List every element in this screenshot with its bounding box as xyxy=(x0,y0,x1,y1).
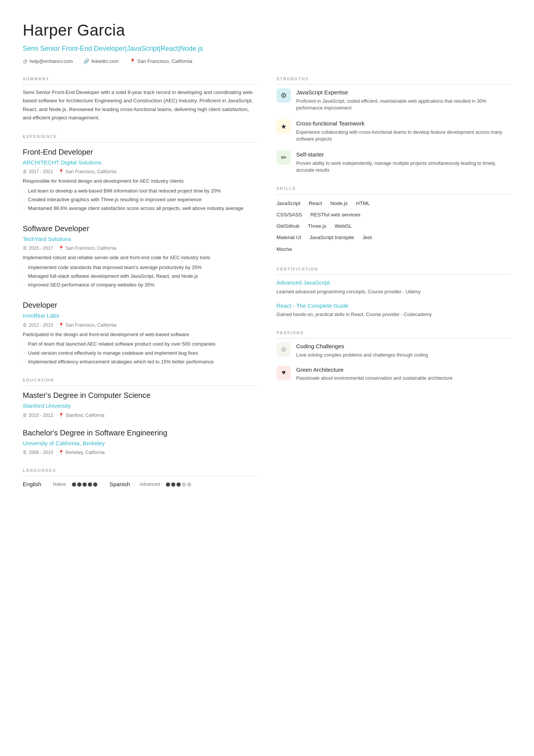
exp-bullet: Part of team that launched AEC related s… xyxy=(23,340,258,348)
exp-bullet: Led team to develop a web-based BIM info… xyxy=(23,187,258,195)
skill-item: JavaScript transpile xyxy=(309,232,354,243)
skills-row: CSS/SASSRESTful web services xyxy=(276,210,511,220)
certification-item: React - The Complete Guide Gained hands-… xyxy=(276,302,511,318)
exp-bullets: Led team to develop a web-based BIM info… xyxy=(23,187,258,212)
skill-item: Three.js xyxy=(308,221,326,232)
exp-company: TechYard Solutions xyxy=(23,235,258,244)
language-dot xyxy=(88,482,92,487)
skills-rows: JavaScriptReactNode.jsHTMLCSS/SASSRESTfu… xyxy=(276,198,511,255)
strength-desc: Proven ability to work independently, ma… xyxy=(296,160,511,174)
certification-item: Advanced JavaScript Learned advanced pro… xyxy=(276,279,511,295)
summary-section: SUMMARY Semi Senior Front-End Developer … xyxy=(23,76,258,122)
passions-label: PASSIONS xyxy=(276,330,511,339)
header: Harper Garcia Semi Senior Front-End Deve… xyxy=(23,18,511,65)
languages-label: LANGUAGES xyxy=(23,467,258,476)
language-item: Spanish Advanced xyxy=(109,480,191,489)
exp-location: 📍 San Francisco, California xyxy=(58,168,116,175)
exp-bullet: Implemented efficiency enhancement strat… xyxy=(23,358,258,366)
certification-label: CERTIFICATION xyxy=(276,266,511,275)
edu-degree: Bachelor's Degree in Software Engineerin… xyxy=(23,427,258,438)
language-level: Native xyxy=(53,481,66,488)
location-icon: 📍 xyxy=(58,412,64,419)
skills-row: Git/GithubThree.jsWebGL xyxy=(276,221,511,232)
exp-bullet: Created interactive graphics with Three.… xyxy=(23,196,258,203)
strength-title: Cross-functional Teamwork xyxy=(296,119,511,128)
calendar-icon: 🗓 xyxy=(23,245,27,252)
education-item: Bachelor's Degree in Software Engineerin… xyxy=(23,427,258,456)
education-label: EDUCATION xyxy=(23,377,258,386)
exp-bullets: Part of team that launched AEC related s… xyxy=(23,340,258,365)
education-items: Master's Degree in Computer Science Stan… xyxy=(23,390,258,456)
strength-icon: ⚙ xyxy=(276,88,291,103)
language-dot xyxy=(72,482,76,487)
email-icon: @ xyxy=(23,58,28,65)
passion-desc: Love solving complex problems and challe… xyxy=(296,352,428,359)
exp-bullet: Implemented code standards that improved… xyxy=(23,264,258,271)
location-icon: 📍 xyxy=(58,245,64,252)
strength-item: ⚙ JavaScript Expertise Proficient in Jav… xyxy=(276,88,511,112)
exp-desc: Responsible for frontend design and deve… xyxy=(23,177,258,185)
passions-items: ☆ Coding Challenges Love solving complex… xyxy=(276,342,511,382)
edu-school: University of California, Berkeley xyxy=(23,439,258,448)
experience-item: Software Developer TechYard Solutions 🗓 … xyxy=(23,223,258,289)
calendar-icon: 🗓 xyxy=(23,322,27,329)
cert-title: Advanced JavaScript xyxy=(276,279,511,287)
skills-row: Mocha xyxy=(276,244,511,255)
left-column: SUMMARY Semi Senior Front-End Developer … xyxy=(23,76,258,734)
language-dot xyxy=(93,482,97,487)
strength-title: JavaScript Expertise xyxy=(296,88,511,97)
language-dots xyxy=(166,482,191,487)
skill-item: Mocha xyxy=(276,244,292,255)
contact-email: @ help@enhancv.com xyxy=(23,58,73,65)
exp-bullet: Improved SEO performance of company webs… xyxy=(23,281,258,289)
edu-meta: 🗓 2006 - 2010 📍 Berkeley, California xyxy=(23,449,258,456)
exp-desc: Implemented robust and reliable server-s… xyxy=(23,254,258,261)
language-level: Advanced xyxy=(140,481,160,488)
passion-content: Green Architecture Passionate about envi… xyxy=(296,366,453,382)
language-dots xyxy=(72,482,97,487)
summary-text: Semi Senior Front-End Developer with a s… xyxy=(23,88,258,122)
skill-item: Material UI xyxy=(276,232,301,243)
exp-desc: Participated in the design and front-end… xyxy=(23,331,258,338)
skill-item: Git/Github xyxy=(276,221,300,232)
language-dot xyxy=(83,482,87,487)
exp-years: 🗓 2012 - 2015 xyxy=(23,322,53,329)
skill-item: Jest xyxy=(362,232,372,243)
location-icon: 📍 xyxy=(58,322,64,329)
passion-item: ♥ Green Architecture Passionate about en… xyxy=(276,366,511,382)
education-section: EDUCATION Master's Degree in Computer Sc… xyxy=(23,377,258,456)
main-layout: SUMMARY Semi Senior Front-End Developer … xyxy=(23,76,511,734)
skill-item: RESTful web services xyxy=(311,210,361,220)
language-dot xyxy=(176,482,181,487)
experience-label: EXPERIENCE xyxy=(23,133,258,142)
skill-item: React xyxy=(309,198,322,209)
strengths-section: STRENGTHS ⚙ JavaScript Expertise Profici… xyxy=(276,76,511,174)
candidate-title: Semi Senior Front-End Developer|JavaScri… xyxy=(23,44,511,54)
cert-items: Advanced JavaScript Learned advanced pro… xyxy=(276,279,511,318)
strength-icon: ★ xyxy=(276,119,291,134)
strengths-label: STRENGTHS xyxy=(276,76,511,85)
contact-location: 📍 San Francisco, California xyxy=(130,58,192,65)
language-dot xyxy=(166,482,170,487)
passion-item: ☆ Coding Challenges Love solving complex… xyxy=(276,342,511,358)
strength-content: Cross-functional Teamwork Experience col… xyxy=(296,119,511,143)
languages-section: LANGUAGES English Native Spanish Advance… xyxy=(23,467,258,488)
edu-location: 📍 Berkeley, California xyxy=(58,449,105,456)
edu-location: 📍 Stanford, California xyxy=(58,412,105,419)
skill-item: Node.js xyxy=(330,198,348,209)
skills-row: JavaScriptReactNode.jsHTML xyxy=(276,198,511,209)
strength-content: Self-starter Proven ability to work inde… xyxy=(296,150,511,174)
language-dot xyxy=(171,482,175,487)
strength-content: JavaScript Expertise Proficient in JavaS… xyxy=(296,88,511,112)
strength-desc: Proficient in JavaScript, coded efficien… xyxy=(296,98,511,112)
education-item: Master's Degree in Computer Science Stan… xyxy=(23,390,258,419)
summary-label: SUMMARY xyxy=(23,76,258,85)
resume-page: Harper Garcia Semi Senior Front-End Deve… xyxy=(0,0,534,756)
calendar-icon: 🗓 xyxy=(23,168,27,175)
location-icon: 📍 xyxy=(130,58,136,65)
location-icon: 📍 xyxy=(58,168,64,175)
passion-desc: Passionate about environmental conservat… xyxy=(296,375,453,382)
skills-section: SKILLS JavaScriptReactNode.jsHTMLCSS/SAS… xyxy=(276,185,511,255)
exp-location: 📍 San Francisco, California xyxy=(58,245,116,252)
skill-item: CSS/SASS xyxy=(276,210,302,220)
